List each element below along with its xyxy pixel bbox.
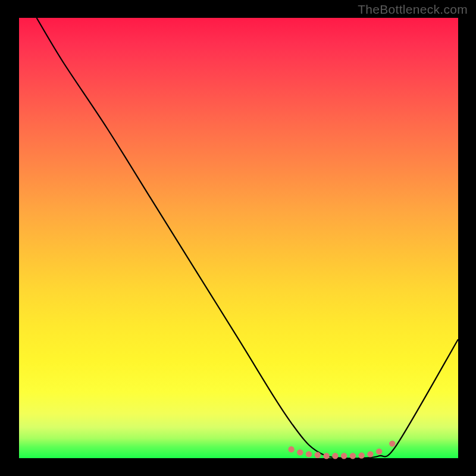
gradient-plot-area bbox=[19, 18, 458, 458]
bottleneck-curve bbox=[37, 18, 458, 458]
marker-dot bbox=[332, 453, 338, 459]
marker-dot bbox=[323, 453, 329, 459]
marker-dot bbox=[341, 453, 347, 459]
marker-dot bbox=[306, 451, 312, 457]
watermark-text: TheBottleneck.com bbox=[358, 2, 468, 17]
marker-dot bbox=[350, 453, 356, 459]
marker-dot bbox=[389, 440, 395, 446]
marker-dot bbox=[367, 451, 373, 457]
marker-dot bbox=[376, 449, 382, 455]
marker-dot bbox=[315, 452, 321, 458]
marker-dot bbox=[358, 452, 364, 458]
marker-dot bbox=[288, 446, 294, 452]
curve-svg bbox=[19, 18, 458, 458]
marker-dot bbox=[297, 449, 303, 455]
